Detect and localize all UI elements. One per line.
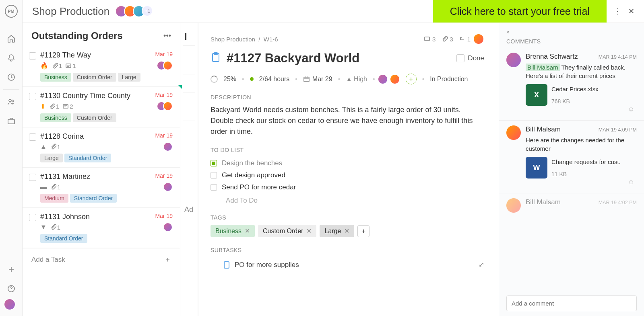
todo-checkbox[interactable] [211,172,217,179]
project-members[interactable]: +1 [118,5,153,17]
add-tag-button[interactable]: + [357,225,369,237]
task-checkbox[interactable] [29,52,36,60]
avatar[interactable] [506,198,521,213]
attachment[interactable]: X Cedar Prices.xlsx768 KB [526,84,637,106]
task-checkbox[interactable] [29,174,36,181]
svg-point-2 [12,100,14,102]
comments-panel: » COMMENTS Brenna SchwartzMAR 19 4:14 PM… [499,23,644,316]
tag: Standard Order [64,154,111,162]
close-icon[interactable]: ✕ [628,7,634,16]
avatar[interactable] [506,53,521,67]
priority-low-icon: ▼ [40,224,47,231]
current-user-avatar[interactable] [4,298,16,310]
svg-rect-5 [66,64,71,68]
comments-label: COMMENTS [499,38,644,48]
file-name: Cedar Prices.xlsx [551,86,599,92]
assignee-avatar[interactable] [390,74,400,84]
assignee-avatar[interactable] [378,74,388,84]
add-icon[interactable] [0,260,23,279]
breadcrumb[interactable]: Shop Production / W1-6 [211,36,278,43]
attachment-count: 1 [50,144,60,150]
priority-selector[interactable]: ▲ High [346,76,367,83]
comment-text: Here are the changes needed for the cust… [526,136,637,153]
description-text[interactable]: Backyard World needs custom benches. Thi… [211,105,484,137]
subtask-count-icon[interactable]: 1 [459,36,471,43]
help-icon[interactable] [0,279,23,298]
task-title: #1131 Johnson [40,213,151,221]
todo-checkbox[interactable] [211,160,217,166]
tag: Standard Order [70,194,117,203]
status-text[interactable]: In Production [430,76,468,83]
subtask-item[interactable]: PO for more supplies ⤢ [211,257,484,269]
task-checkbox[interactable] [29,214,36,221]
todo-item[interactable]: Design the benches [211,157,484,169]
remove-tag-icon[interactable]: ✕ [306,227,312,235]
avatar[interactable] [506,125,521,140]
column-menu-icon[interactable]: ••• [163,32,171,40]
open-subtask-icon[interactable]: ⤢ [479,261,484,269]
avatar [163,61,173,70]
task-date: Mar 19 [155,92,173,98]
calendar-icon[interactable]: Mar 29 [303,76,332,83]
excel-file-icon: X [526,84,547,106]
home-icon[interactable] [0,29,23,48]
briefcase-icon[interactable] [0,111,23,131]
more-members[interactable]: +1 [142,5,153,16]
task-card[interactable]: #1130 Country Time County ⬆ 1 2 Business… [23,87,180,127]
todo-text: Design the benches [222,159,282,167]
tag-pill[interactable]: Large✕ [320,225,354,237]
tag-pill[interactable]: Custom Order✕ [258,225,316,237]
svg-rect-11 [224,262,229,268]
add-assignee-button[interactable]: + [406,74,417,84]
topbar: Shop Production +1 Click here to start y… [23,0,644,23]
attachment-count: 1 [50,224,60,231]
remove-tag-icon[interactable]: ✕ [245,227,250,235]
task-title: #1130 Country Time County [40,92,151,100]
mention[interactable]: Bill Malsam [526,64,560,71]
add-todo-input[interactable]: Add To Do [211,193,484,205]
comment-time: MAR 19 4:02 PM [599,200,637,205]
add-task-input[interactable]: Add a Task ＋ [23,248,180,271]
task-date: Mar 19 [155,51,173,57]
react-icon[interactable]: ☺ [628,179,634,185]
progress-icon[interactable] [211,76,218,83]
task-card[interactable]: #1131 Johnson ▼ 1 Standard Order Mar 19 [23,208,180,248]
todo-checkbox[interactable] [211,184,217,191]
avatar [163,222,173,232]
tag-pill[interactable]: Business✕ [211,225,255,237]
priority-high-icon: ▲ [40,143,47,150]
comment-time: MAR 19 4:14 PM [599,54,637,60]
attachment-count-icon[interactable]: 3 [441,36,453,43]
remove-tag-icon[interactable]: ✕ [344,227,349,235]
hours-text[interactable]: 2/64 hours [259,76,290,83]
bell-icon[interactable] [0,48,23,68]
plus-icon[interactable]: ＋ [164,255,171,264]
attachment-count: 1 [50,184,60,191]
task-checkbox[interactable] [29,93,36,100]
trial-banner-button[interactable]: Click here to start your free trial [433,0,607,23]
task-checkbox[interactable] [29,133,36,141]
react-icon[interactable]: ☺ [628,106,634,113]
app-logo[interactable]: PM [5,5,18,18]
attachment[interactable]: W Change requests for cust.11 KB [526,157,637,179]
task-card[interactable]: #1131 Martinez ▬ 1 MediumStandard Order … [23,168,180,208]
avatar [163,142,173,152]
done-toggle[interactable]: Done [456,54,484,62]
clock-icon[interactable] [0,68,23,87]
file-size: 768 KB [551,98,599,105]
progress-text[interactable]: 25% [223,76,236,83]
assignee-avatar[interactable] [473,33,484,45]
add-comment-input[interactable] [506,295,637,311]
todo-item[interactable]: Get design approved [211,169,484,181]
comment-count-icon[interactable]: 3 [424,36,436,43]
todo-item[interactable]: Send PO for more cedar [211,181,484,193]
users-icon[interactable] [0,92,23,111]
svg-rect-6 [63,105,68,108]
collapse-comments-icon[interactable]: » [506,29,510,35]
task-card[interactable]: #1128 Corina ▲ 1 LargeStandard Order Mar… [23,127,180,168]
task-title: #1129 The Way [40,51,151,60]
task-card[interactable]: #1129 The Way 🔥 1 1 BusinessCustom Order… [23,46,180,87]
more-menu-icon[interactable]: ⋮ [614,7,621,16]
comment-item: Bill MalsamMAR 19 4:02 PM [499,193,644,220]
avatar [163,182,173,192]
